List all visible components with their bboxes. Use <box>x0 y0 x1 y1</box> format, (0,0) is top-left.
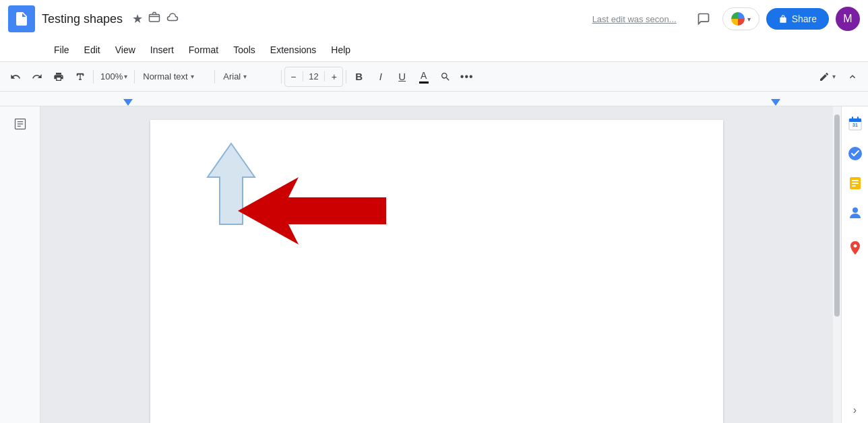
menu-file[interactable]: File <box>47 42 76 58</box>
outline-button[interactable] <box>9 113 31 135</box>
svg-rect-16 <box>852 180 859 181</box>
folder-icon[interactable] <box>148 11 160 27</box>
print-button[interactable] <box>49 67 69 87</box>
title-bar: Testing shapes ★ Last edit was secon... … <box>0 0 868 38</box>
highlight-icon <box>440 71 451 82</box>
paint-format-button[interactable] <box>70 67 90 87</box>
google-keep-icon[interactable] <box>844 172 866 194</box>
expand-icon: › <box>853 404 857 416</box>
star-icon[interactable]: ★ <box>132 11 143 26</box>
edit-mode-button[interactable]: ▾ <box>813 69 841 85</box>
outline-icon <box>13 117 27 131</box>
font-selector[interactable]: Arial ▾ <box>218 69 278 84</box>
right-sidebar: 31 <box>841 106 868 423</box>
share-label: Share <box>792 13 817 24</box>
title-actions: ★ <box>132 11 179 27</box>
underline-label: U <box>398 71 406 82</box>
redo-button[interactable] <box>27 67 47 87</box>
ruler[interactable] <box>0 92 868 106</box>
expand-sidebar-button[interactable]: › <box>853 404 857 416</box>
highlight-button[interactable] <box>435 67 456 87</box>
svg-rect-17 <box>852 183 859 184</box>
collapse-toolbar-button[interactable] <box>842 67 863 87</box>
undo-button[interactable] <box>5 67 26 87</box>
share-button[interactable]: Share <box>766 8 829 30</box>
style-chevron-icon: ▾ <box>191 73 194 80</box>
font-value: Arial <box>223 71 241 82</box>
svg-rect-10 <box>849 119 861 122</box>
google-contacts-icon[interactable] <box>844 202 866 224</box>
chevron-up-icon <box>847 71 858 82</box>
underline-button[interactable]: U <box>392 67 412 87</box>
left-sidebar <box>0 106 40 423</box>
menu-edit[interactable]: Edit <box>78 42 107 58</box>
maps-icon <box>847 240 863 256</box>
menu-extensions[interactable]: Extensions <box>264 42 323 58</box>
zoom-value: 100% <box>100 71 123 82</box>
last-edit-text[interactable]: Last edit was secon... <box>592 14 677 24</box>
document-title[interactable]: Testing shapes <box>42 12 123 26</box>
user-avatar[interactable]: M <box>836 7 860 31</box>
main-area: 31 <box>0 106 868 423</box>
google-calendar-icon[interactable]: 31 <box>844 113 866 135</box>
lock-icon <box>778 14 788 24</box>
ruler-left-marker[interactable] <box>123 99 133 106</box>
cloud-icon[interactable] <box>166 11 179 27</box>
menu-bar: File Edit View Insert Format Tools Exten… <box>0 38 868 62</box>
svg-rect-1 <box>19 22 23 23</box>
menu-view[interactable]: View <box>108 42 142 58</box>
divider-2 <box>134 70 135 84</box>
edit-mode-chevron-icon: ▾ <box>832 73 836 80</box>
menu-help[interactable]: Help <box>324 42 357 58</box>
font-size-control: − 12 + <box>284 67 342 87</box>
calendar-icon: 31 <box>847 116 863 132</box>
svg-point-19 <box>852 207 858 213</box>
document-page <box>150 120 723 423</box>
menu-insert[interactable]: Insert <box>144 42 181 58</box>
zoom-chevron-icon: ▾ <box>124 73 127 80</box>
toolbar-end: ▾ <box>813 67 863 87</box>
ruler-right-marker[interactable] <box>771 99 780 106</box>
pencil-icon <box>819 71 830 82</box>
divider-5 <box>346 70 346 84</box>
docs-app-icon[interactable] <box>8 5 35 32</box>
font-size-value[interactable]: 12 <box>303 71 324 82</box>
meet-button[interactable]: ▾ <box>722 7 760 30</box>
bold-button[interactable]: B <box>349 67 369 87</box>
text-color-icon: A <box>419 70 429 84</box>
docs-logo <box>13 11 30 27</box>
red-arrow-shape[interactable] <box>238 177 386 245</box>
meet-icon <box>731 12 745 26</box>
style-value: Normal text <box>143 71 187 82</box>
menu-format[interactable]: Format <box>182 42 225 58</box>
chevron-down-icon: ▾ <box>747 15 751 23</box>
text-color-button[interactable]: A <box>414 67 434 87</box>
more-label: ••• <box>460 71 474 83</box>
divider-1 <box>93 70 94 84</box>
style-selector[interactable]: Normal text ▾ <box>137 69 212 84</box>
contacts-icon <box>847 205 863 221</box>
menu-tools[interactable]: Tools <box>226 42 262 58</box>
divider-4 <box>281 70 282 84</box>
vertical-scrollbar[interactable] <box>833 106 841 423</box>
font-chevron-icon: ▾ <box>243 73 247 80</box>
comments-button[interactable] <box>691 7 716 31</box>
svg-rect-0 <box>19 20 24 21</box>
zoom-selector[interactable]: 100% ▾ <box>96 69 131 84</box>
keep-icon <box>847 175 863 191</box>
font-size-increase-button[interactable]: + <box>326 67 342 86</box>
svg-marker-8 <box>238 177 386 245</box>
italic-button[interactable]: I <box>371 67 391 87</box>
divider-3 <box>214 70 215 84</box>
header-actions: ▾ Share M <box>691 7 860 31</box>
scrollbar-thumb[interactable] <box>834 115 840 317</box>
document-canvas[interactable] <box>40 106 833 423</box>
toolbar: 100% ▾ Normal text ▾ Arial ▾ − 12 + B I … <box>0 62 868 92</box>
svg-text:31: 31 <box>852 123 858 127</box>
google-tasks-icon[interactable] <box>844 143 866 164</box>
more-options-button[interactable]: ••• <box>457 67 477 87</box>
tasks-icon <box>847 145 863 162</box>
google-maps-icon[interactable] <box>844 237 866 259</box>
font-size-decrease-button[interactable]: − <box>285 67 301 86</box>
svg-rect-2 <box>150 14 160 22</box>
